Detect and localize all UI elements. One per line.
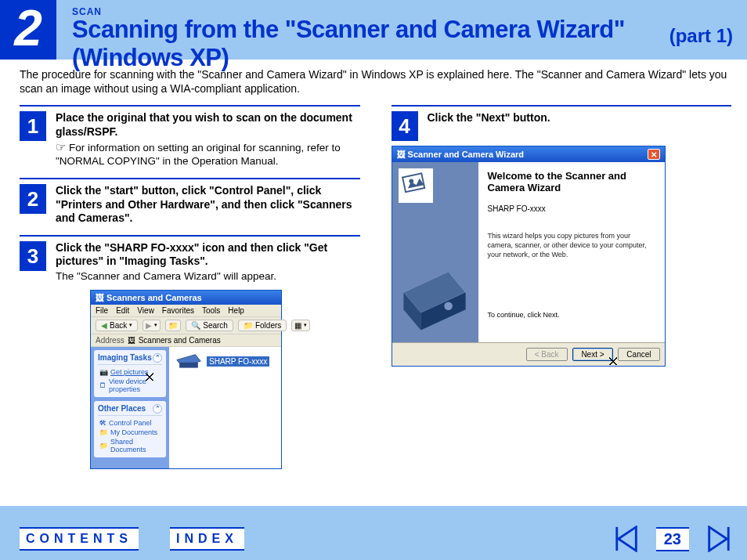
wizard-titlebar[interactable]: 🖼 Scanner and Camera Wizard ✕	[392, 146, 665, 162]
search-button[interactable]: 🔍Search	[186, 320, 233, 331]
view-properties-link[interactable]: View device properties	[109, 378, 162, 393]
chevron-up-icon[interactable]: ⌃	[153, 404, 162, 414]
wizard-cancel-button[interactable]: Cancel	[618, 348, 659, 361]
step-1: 1 Place the original that you wish to sc…	[20, 105, 360, 168]
wizard-device: SHARP FO-xxxx	[488, 204, 655, 213]
svg-marker-8	[618, 527, 636, 551]
step-4-title: Click the "Next" button.	[428, 111, 732, 125]
shared-documents-link[interactable]: Shared Documents	[110, 438, 162, 453]
page-number: 23	[656, 527, 689, 551]
pointer-icon: ☞	[56, 140, 66, 154]
menu-view[interactable]: View	[137, 306, 154, 315]
wizard-banner	[392, 162, 478, 342]
folder-icon: 📁	[99, 428, 108, 436]
control-panel-icon: 🛠	[99, 419, 106, 427]
menu-tools[interactable]: Tools	[202, 306, 220, 315]
back-button[interactable]: ◀Back▾	[96, 320, 138, 331]
forward-button[interactable]: ▶▾	[143, 320, 161, 331]
camera-icon: 📷	[99, 368, 108, 376]
chevron-up-icon[interactable]: ⌃	[153, 353, 162, 363]
properties-icon: 🗒	[99, 381, 106, 389]
step-3-number: 3	[20, 241, 46, 271]
wizard-next-button[interactable]: Next >	[572, 348, 612, 361]
wizard-description: This wizard helps you copy pictures from…	[488, 232, 655, 259]
page-title: Scanning from the "Scanner and Camera Wi…	[72, 16, 669, 72]
folders-button[interactable]: 📁Folders	[238, 320, 287, 331]
svg-marker-10	[709, 527, 727, 551]
menu-favorites[interactable]: Favorites	[162, 306, 194, 315]
step-3-sub: The "Scanner and Camera Wizard" will app…	[56, 270, 360, 284]
address-label: Address	[96, 336, 125, 345]
control-panel-link[interactable]: Control Panel	[109, 419, 152, 427]
wizard-back-button[interactable]: < Back	[526, 348, 568, 361]
other-places-title: Other Places	[98, 404, 146, 413]
scanner-icon	[175, 353, 202, 370]
step-1-number: 1	[20, 111, 46, 141]
wizard-button-row: < Back Next > Cancel	[392, 342, 665, 366]
step-4-number: 4	[392, 111, 418, 141]
explorer-title: Scanners and Cameras	[106, 293, 202, 302]
up-button[interactable]: 📁	[165, 320, 181, 331]
step-1-title: Place the original that you wish to scan…	[56, 111, 360, 139]
part-label: (part 1)	[669, 0, 747, 47]
device-label: SHARP FO-xxxx	[207, 356, 269, 367]
right-column: 4 Click the "Next" button. 🖼 Scanner and…	[392, 102, 732, 478]
wizard-body: Welcome to the Scanner and Camera Wizard…	[392, 162, 665, 342]
imaging-tasks-title: Imaging Tasks	[98, 353, 152, 362]
chapter-number: 2	[0, 0, 56, 60]
my-documents-link[interactable]: My Documents	[110, 428, 157, 436]
page-header: 2 SCAN Scanning from the "Scanner and Ca…	[0, 0, 747, 60]
step-3-title: Click the "SHARP FO-xxxx" icon and then …	[56, 241, 360, 269]
explorer-sidebar: Imaging Tasks⌃ 📷Get pictures 🗒View devic…	[91, 347, 169, 468]
wizard-continue: To continue, click Next.	[488, 311, 655, 319]
step-3: 3 Click the "SHARP FO-xxxx" icon and the…	[20, 235, 360, 469]
address-bar: Address 🖼 Scanners and Cameras	[91, 334, 281, 347]
explorer-toolbar: ◀Back▾ ▶▾ 📁 🔍Search 📁Folders ▦▾	[91, 317, 281, 334]
scanner-graphic-icon	[400, 264, 469, 334]
next-page-button[interactable]	[703, 526, 733, 552]
wizard-window: 🖼 Scanner and Camera Wizard ✕	[392, 146, 666, 367]
address-value: Scanners and Cameras	[139, 336, 221, 345]
step-4: 4 Click the "Next" button. 🖼 Scanner and…	[392, 105, 732, 367]
explorer-titlebar[interactable]: 🖼 Scanners and Cameras	[91, 291, 281, 305]
page-footer: CONTENTS INDEX 23	[20, 526, 733, 552]
left-column: 1 Place the original that you wish to sc…	[20, 102, 360, 478]
content-area: The procedure for scanning with the "Sca…	[0, 60, 747, 506]
scanner-folder-icon: 🖼	[128, 336, 135, 345]
intro-text: The procedure for scanning with the "Sca…	[20, 67, 731, 96]
explorer-menubar: File Edit View Favorites Tools Help	[91, 305, 281, 317]
wizard-heading: Welcome to the Scanner and Camera Wizard	[488, 170, 655, 193]
arrow-left-icon	[612, 526, 642, 552]
wizard-banner-icon	[399, 168, 433, 203]
close-button[interactable]: ✕	[648, 149, 660, 160]
step-2: 2 Click the "start" button, click "Contr…	[20, 178, 360, 226]
imaging-tasks-panel: Imaging Tasks⌃ 📷Get pictures 🗒View devic…	[94, 350, 166, 397]
contents-button[interactable]: CONTENTS	[20, 527, 139, 551]
explorer-main: SHARP FO-xxxx	[169, 347, 281, 468]
wizard-content: Welcome to the Scanner and Camera Wizard…	[478, 162, 665, 342]
explorer-window: 🖼 Scanners and Cameras File Edit View Fa…	[90, 290, 282, 469]
window-icon: 🖼	[96, 293, 104, 302]
wizard-title: Scanner and Camera Wizard	[408, 150, 524, 159]
views-button[interactable]: ▦▾	[291, 320, 310, 331]
device-icon-row[interactable]: SHARP FO-xxxx	[175, 353, 275, 370]
explorer-body: Imaging Tasks⌃ 📷Get pictures 🗒View devic…	[91, 347, 281, 468]
index-button[interactable]: INDEX	[170, 527, 244, 551]
get-pictures-link[interactable]: Get pictures	[110, 368, 149, 376]
wizard-icon: 🖼	[397, 150, 406, 159]
prev-page-button[interactable]	[612, 526, 642, 552]
step-2-title: Click the "start" button, click "Control…	[56, 184, 360, 226]
svg-point-7	[444, 302, 453, 311]
header-text-block: SCAN Scanning from the "Scanner and Came…	[56, 0, 669, 72]
menu-file[interactable]: File	[96, 306, 108, 315]
menu-edit[interactable]: Edit	[116, 306, 129, 315]
menu-help[interactable]: Help	[228, 306, 244, 315]
step-2-number: 2	[20, 184, 46, 214]
other-places-panel: Other Places⌃ 🛠Control Panel 📁My Documen…	[94, 401, 166, 457]
folder-icon: 📁	[99, 442, 108, 450]
arrow-right-icon	[703, 526, 733, 552]
step-1-sub: ☞For information on setting an original …	[56, 140, 360, 168]
svg-rect-1	[179, 362, 198, 367]
